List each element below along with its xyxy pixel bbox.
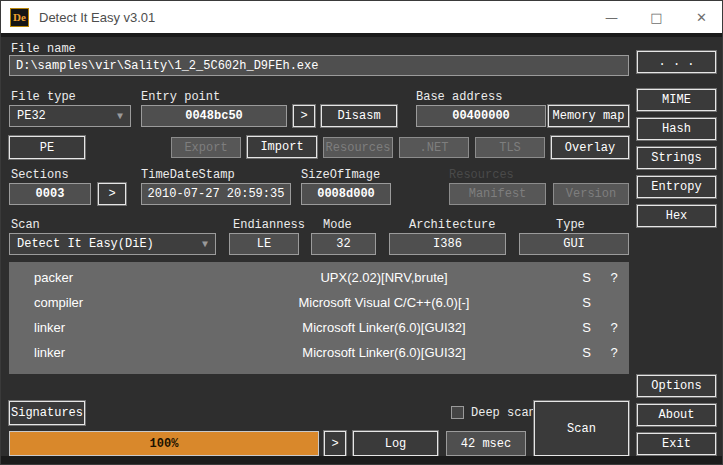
result-kind: compiler: [9, 295, 194, 310]
sidebar-item-hex[interactable]: Hex: [637, 205, 716, 227]
scan-progress-bar: 100%: [9, 431, 319, 456]
close-icon[interactable]: ✕: [679, 1, 723, 33]
mode-label: Mode: [323, 218, 352, 232]
options-button[interactable]: Options: [637, 375, 716, 397]
base-address-value[interactable]: 00400000: [416, 105, 546, 127]
import-button[interactable]: Import: [247, 136, 317, 158]
result-text: Microsoft Visual C/C++(6.0)[-]: [194, 295, 574, 310]
result-info-flag[interactable]: ?: [599, 345, 629, 360]
log-button[interactable]: Log: [353, 431, 438, 456]
result-row[interactable]: packer UPX(2.02)[NRV,brute] S ?: [9, 265, 629, 290]
result-text: Microsoft Linker(6.0)[GUI32]: [194, 345, 574, 360]
disasm-button[interactable]: Disasm: [321, 105, 397, 127]
endianness-label: Endianness: [233, 218, 305, 232]
sections-value: 0003: [9, 183, 91, 205]
result-kind: packer: [9, 270, 194, 285]
result-kind: linker: [9, 345, 194, 360]
result-info-flag[interactable]: ?: [599, 320, 629, 335]
titlebar: De Detect It Easy v3.01 — □ ✕: [1, 1, 723, 33]
chevron-down-icon: ▼: [202, 239, 208, 250]
result-kind: linker: [9, 320, 194, 335]
timedatestamp-label: TimeDateStamp: [141, 168, 235, 182]
result-signature-flag[interactable]: S: [574, 320, 599, 335]
client-area: File name D:\samples\vir\Sality\1_2_5C60…: [1, 33, 723, 465]
browse-button[interactable]: . . .: [637, 51, 716, 73]
result-text: Microsoft Linker(6.0)[GUI32]: [194, 320, 574, 335]
result-signature-flag[interactable]: S: [574, 270, 599, 285]
progress-expand-button[interactable]: >: [324, 431, 346, 456]
file-type-label: File type: [11, 90, 76, 104]
sizeofimage-value: 0008d000: [301, 183, 391, 205]
overlay-button[interactable]: Overlay: [551, 136, 629, 159]
result-row[interactable]: linker Microsoft Linker(6.0)[GUI32] S ?: [9, 315, 629, 340]
result-text: UPX(2.02)[NRV,brute]: [194, 270, 574, 285]
signatures-button[interactable]: Signatures: [9, 401, 85, 425]
exit-button[interactable]: Exit: [637, 433, 716, 455]
architecture-value: I386: [389, 233, 506, 255]
architecture-label: Architecture: [409, 218, 495, 232]
sizeofimage-label: SizeOfImage: [301, 168, 380, 182]
result-row[interactable]: linker Microsoft Linker(6.0)[GUI32] S ?: [9, 340, 629, 365]
about-button[interactable]: About: [637, 404, 716, 426]
file-type-value: PE32: [17, 109, 46, 123]
entry-point-goto-button[interactable]: >: [293, 105, 315, 127]
die-window: De Detect It Easy v3.01 — □ ✕ File name …: [0, 0, 723, 465]
app-icon: De: [10, 8, 29, 27]
result-signature-flag[interactable]: S: [574, 295, 599, 310]
memory-map-button[interactable]: Memory map: [548, 105, 629, 127]
type-value: GUI: [519, 233, 629, 255]
entry-point-value[interactable]: 0048bc50: [141, 105, 287, 127]
net-button[interactable]: .NET: [399, 137, 469, 158]
result-info-flag[interactable]: ?: [599, 270, 629, 285]
scan-engine-value: Detect It Easy(DiE): [17, 237, 154, 251]
timedatestamp-value: 2010-07-27 20:59:35: [141, 183, 291, 205]
minimize-icon[interactable]: —: [589, 1, 634, 33]
resources-group-label: Resources: [449, 168, 514, 182]
maximize-icon[interactable]: □: [634, 1, 679, 33]
result-row[interactable]: compiler Microsoft Visual C/C++(6.0)[-] …: [9, 290, 629, 315]
tls-button[interactable]: TLS: [475, 137, 545, 158]
type-label: Type: [556, 218, 585, 232]
scan-engine-dropdown[interactable]: Detect It Easy(DiE) ▼: [9, 233, 216, 255]
endianness-value: LE: [229, 233, 299, 255]
deep-scan-label: Deep scan: [471, 406, 536, 420]
result-signature-flag[interactable]: S: [574, 345, 599, 360]
sections-label: Sections: [11, 168, 69, 182]
version-button[interactable]: Version: [553, 183, 629, 205]
pe-button[interactable]: PE: [9, 136, 85, 159]
export-button[interactable]: Export: [171, 137, 241, 158]
sections-goto-button[interactable]: >: [98, 183, 126, 205]
scan-results-list: packer UPX(2.02)[NRV,brute] S ? compiler…: [9, 262, 629, 374]
sidebar-item-mime[interactable]: MIME: [637, 89, 716, 111]
file-type-dropdown[interactable]: PE32 ▼: [9, 105, 131, 127]
mode-value: 32: [311, 233, 376, 255]
sidebar-item-hash[interactable]: Hash: [637, 118, 716, 140]
base-address-label: Base address: [416, 90, 502, 104]
file-name-input[interactable]: D:\samples\vir\Sality\1_2_5C602h_D9FEh.e…: [9, 55, 629, 76]
chevron-down-icon: ▼: [117, 111, 123, 122]
scan-button[interactable]: Scan: [534, 401, 629, 456]
window-title: Detect It Easy v3.01: [39, 10, 155, 25]
file-name-label: File name: [11, 42, 76, 56]
elapsed-time-value: 42 msec: [446, 431, 526, 456]
manifest-button[interactable]: Manifest: [449, 183, 546, 205]
bottom-edge: [1, 456, 723, 465]
resources-button[interactable]: Resources: [323, 137, 393, 158]
sidebar-item-entropy[interactable]: Entropy: [637, 176, 716, 198]
entry-point-label: Entry point: [141, 90, 220, 104]
sidebar-item-strings[interactable]: Strings: [637, 147, 716, 169]
scan-label: Scan: [11, 218, 40, 232]
deep-scan-checkbox[interactable]: [451, 406, 464, 419]
